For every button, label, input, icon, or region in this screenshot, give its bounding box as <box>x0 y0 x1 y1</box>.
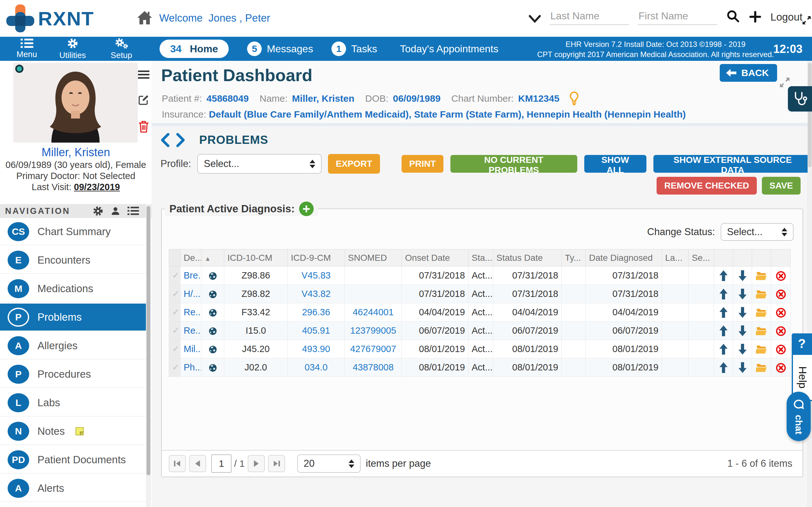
move-up-button[interactable] <box>714 340 733 358</box>
rxnt-logo[interactable]: RXNT <box>6 3 94 34</box>
move-down-button[interactable] <box>733 267 752 285</box>
no-current-problems-button[interactable]: NO CURRENT PROBLEMS <box>450 155 577 173</box>
sidebar-item-patient-documents[interactable]: PDPatient Documents <box>0 446 146 473</box>
snomed-code-link[interactable]: 43878008 <box>345 358 402 377</box>
open-folder-button[interactable] <box>752 322 771 340</box>
move-down-button[interactable] <box>733 340 752 358</box>
diagnosis-description[interactable]: Re... <box>181 322 201 340</box>
edit-patient-icon[interactable] <box>138 94 150 106</box>
open-folder-button[interactable] <box>752 358 771 377</box>
move-down-button[interactable] <box>733 303 752 322</box>
move-up-button[interactable] <box>714 267 733 285</box>
show-external-source-button[interactable]: SHOW EXTERNAL SOURCE DATA <box>653 155 812 173</box>
open-folder-button[interactable] <box>752 340 771 358</box>
profile-select[interactable]: Select... <box>197 154 322 174</box>
column-header-diagnosed[interactable]: Date Diagnosed <box>586 249 662 267</box>
move-down-button[interactable] <box>733 322 752 340</box>
remove-row-button[interactable] <box>771 340 791 358</box>
setup-button[interactable]: Setup <box>111 38 132 60</box>
move-down-button[interactable] <box>733 358 752 377</box>
icd9-code-link[interactable]: V45.83 <box>288 267 345 285</box>
page-scrollbar[interactable] <box>808 61 812 507</box>
external-source-globe-icon[interactable] <box>201 303 224 322</box>
sidebar-item-problems[interactable]: PProblems <box>0 303 146 331</box>
search-icon[interactable] <box>726 9 740 25</box>
page-number-input[interactable] <box>211 454 232 473</box>
chat-button[interactable]: chat <box>786 392 811 441</box>
row-checkbox[interactable]: ✓ <box>169 303 181 322</box>
column-header-globe[interactable]: ▲ <box>201 249 224 267</box>
sidebar-scrollbar[interactable] <box>146 204 151 507</box>
snomed-code-link[interactable]: 427679007 <box>345 340 402 358</box>
row-checkbox[interactable]: ✓ <box>169 340 181 358</box>
sidebar-item-notes[interactable]: NNotes <box>0 418 146 445</box>
column-header-se[interactable]: Se... <box>689 249 714 267</box>
print-button[interactable]: PRINT <box>402 155 444 173</box>
last-visit-date-link[interactable]: 09/23/2019 <box>74 182 120 192</box>
remove-checked-button[interactable]: REMOVE CHECKED <box>657 177 757 194</box>
diagnosis-description[interactable]: H/... <box>181 285 201 303</box>
open-folder-button[interactable] <box>752 285 771 303</box>
column-header-snomed[interactable]: SNOMED <box>345 249 402 267</box>
column-header-icd10[interactable]: ICD-10-CM <box>224 249 288 267</box>
column-header-la[interactable]: La... <box>662 249 689 267</box>
column-header-sta[interactable]: Sta... <box>468 249 493 267</box>
next-section-chevron-icon[interactable] <box>176 133 185 147</box>
welcome-user[interactable]: Welcome Jones , Peter <box>159 12 270 24</box>
remove-row-button[interactable] <box>771 267 791 285</box>
sidebar-item-labs[interactable]: LLabs <box>0 389 146 416</box>
prev-section-chevron-icon[interactable] <box>160 133 170 147</box>
logout-link[interactable]: Logout <box>770 11 803 25</box>
utilities-button[interactable]: Utilities <box>59 38 86 60</box>
icd9-code-link[interactable]: 493.90 <box>288 340 345 358</box>
delete-patient-icon[interactable] <box>138 120 149 133</box>
icd9-code-link[interactable]: V43.82 <box>288 285 345 303</box>
move-up-button[interactable] <box>714 285 733 303</box>
patient-photo[interactable] <box>13 63 138 143</box>
sidebar-item-encounters[interactable]: EEncounters <box>0 246 146 274</box>
help-tab[interactable]: ? Help <box>792 333 812 401</box>
next-page-button[interactable] <box>248 455 265 472</box>
save-button[interactable]: SAVE <box>762 177 801 194</box>
diagnosis-description[interactable]: Mil... <box>181 340 201 358</box>
tab-tasks[interactable]: 1 Tasks <box>332 42 377 56</box>
remove-row-button[interactable] <box>771 358 791 377</box>
diagnosis-description[interactable]: Ph... <box>181 358 201 377</box>
snomed-code-link[interactable] <box>345 267 402 285</box>
clinical-tools-button[interactable] <box>788 86 812 112</box>
column-header-ty[interactable]: Ty... <box>562 249 586 267</box>
remove-row-button[interactable] <box>771 303 791 322</box>
patient-name-link[interactable]: Miller, Kristen <box>0 146 152 159</box>
tab-todays-appointments[interactable]: Today's Appointments <box>400 43 498 55</box>
patient-number-value[interactable]: 45868049 <box>206 93 249 104</box>
row-checkbox[interactable]: ✓ <box>169 358 181 377</box>
external-source-globe-icon[interactable] <box>201 340 224 358</box>
tab-home[interactable]: 34 Home <box>159 40 229 58</box>
snomed-code-link[interactable]: 46244001 <box>345 303 402 322</box>
insurance-value[interactable]: Default (Blue Care Family/Anthem Medicai… <box>209 109 686 119</box>
column-header-icd9[interactable]: ICD-9-CM <box>288 249 345 267</box>
move-up-button[interactable] <box>714 322 733 340</box>
move-down-button[interactable] <box>733 285 752 303</box>
sidebar-item-procedures[interactable]: PProcedures <box>0 360 146 388</box>
prev-page-button[interactable] <box>189 455 206 472</box>
external-source-globe-icon[interactable] <box>201 267 224 285</box>
column-header-onset[interactable]: Onset Date <box>402 249 468 267</box>
tab-messages[interactable]: 5 Messages <box>247 42 313 56</box>
add-patient-icon[interactable] <box>749 10 762 25</box>
row-checkbox[interactable]: ✓ <box>169 285 181 303</box>
nav-user-icon[interactable] <box>110 206 120 216</box>
snomed-code-link[interactable] <box>345 285 402 303</box>
show-all-button[interactable]: SHOW ALL <box>584 155 647 173</box>
icd9-code-link[interactable]: 296.36 <box>288 303 345 322</box>
first-page-button[interactable] <box>169 455 186 472</box>
menu-button[interactable]: Menu <box>16 39 37 59</box>
diagnosis-description[interactable]: Bre... <box>181 267 201 285</box>
snomed-code-link[interactable]: 123799005 <box>345 322 402 340</box>
external-source-globe-icon[interactable] <box>201 358 224 377</box>
sidebar-item-allergies[interactable]: AAllergies <box>0 332 146 359</box>
move-up-button[interactable] <box>714 303 733 322</box>
add-diagnosis-button[interactable]: + <box>299 202 314 216</box>
last-page-button[interactable] <box>268 455 285 472</box>
external-source-globe-icon[interactable] <box>201 285 224 303</box>
